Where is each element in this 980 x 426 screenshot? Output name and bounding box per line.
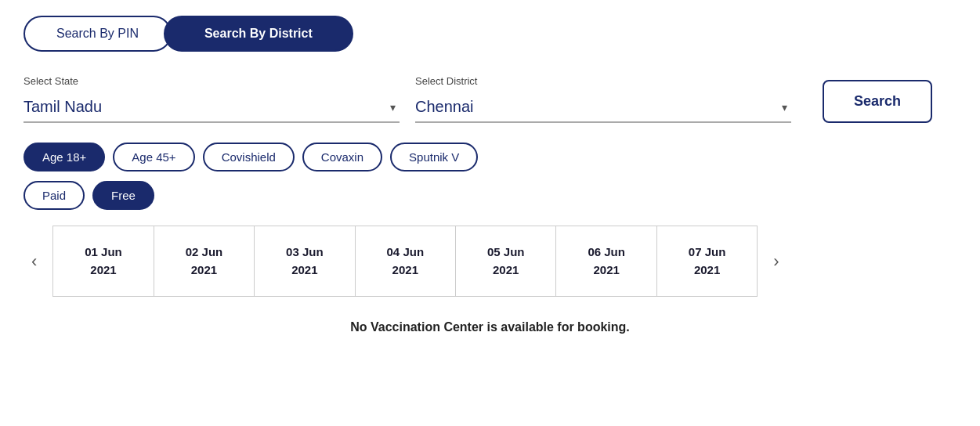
date-cell-5[interactable]: 06 Jun2021 — [556, 226, 656, 296]
date-cell-1[interactable]: 02 Jun2021 — [154, 226, 255, 296]
state-select-wrapper: Tamil Nadu Maharashtra Delhi Karnataka ▾ — [24, 92, 400, 123]
tab-district-button[interactable]: Search By District — [164, 16, 353, 52]
fee-filter-row: Paid Free — [24, 181, 956, 210]
date-cell-4[interactable]: 05 Jun2021 — [456, 226, 556, 296]
date-cell-2[interactable]: 03 Jun2021 — [255, 226, 355, 296]
date-cell-6[interactable]: 07 Jun2021 — [657, 226, 757, 296]
filter-paid[interactable]: Paid — [24, 181, 85, 210]
carousel-prev-button[interactable]: ‹ — [24, 251, 45, 272]
search-button[interactable]: Search — [823, 80, 932, 123]
date-cell-0[interactable]: 01 Jun2021 — [53, 226, 154, 296]
district-select-wrapper: Chennai Coimbatore Madurai Salem ▾ — [415, 92, 791, 123]
state-select-label: Select State — [24, 75, 400, 87]
filter-covishield[interactable]: Covishield — [203, 143, 295, 171]
age-filter-row: Age 18+ Age 45+ Covishield Covaxin Sputn… — [24, 143, 956, 171]
select-row: Select State Tamil Nadu Maharashtra Delh… — [24, 75, 956, 123]
date-grid: 01 Jun2021 02 Jun2021 03 Jun2021 04 Jun2… — [52, 226, 758, 297]
filter-age-18[interactable]: Age 18+ — [24, 143, 105, 171]
filter-age-45[interactable]: Age 45+ — [113, 143, 194, 171]
filter-sputnik[interactable]: Sputnik V — [390, 143, 478, 171]
tab-row: Search By PIN Search By District — [24, 16, 956, 52]
state-select-group: Select State Tamil Nadu Maharashtra Delh… — [24, 75, 400, 123]
filter-covaxin[interactable]: Covaxin — [302, 143, 382, 171]
filter-free[interactable]: Free — [92, 181, 154, 210]
date-carousel: ‹ 01 Jun2021 02 Jun2021 03 Jun2021 04 Ju… — [24, 226, 956, 297]
state-select[interactable]: Tamil Nadu Maharashtra Delhi Karnataka — [24, 92, 400, 123]
date-cell-3[interactable]: 04 Jun2021 — [356, 226, 456, 296]
district-select-label: Select District — [415, 75, 791, 87]
carousel-next-button[interactable]: › — [765, 251, 787, 272]
tab-pin-button[interactable]: Search By PIN — [24, 16, 172, 52]
no-center-message: No Vaccination Center is available for b… — [24, 320, 956, 334]
district-select[interactable]: Chennai Coimbatore Madurai Salem — [415, 92, 791, 123]
district-select-group: Select District Chennai Coimbatore Madur… — [415, 75, 791, 123]
